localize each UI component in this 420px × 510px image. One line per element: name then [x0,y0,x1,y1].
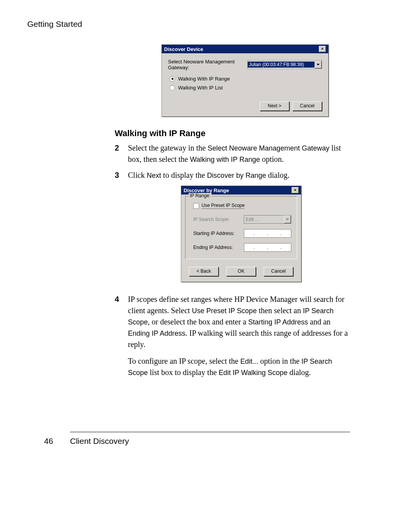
ok-button[interactable]: OK [226,267,256,276]
checkbox-label: Use Preset IP Scope [201,203,245,209]
cancel-button[interactable]: Cancel [264,267,293,276]
ui-term: Edit... [240,358,258,365]
ui-term: Use Preset IP Scope [192,307,257,315]
radio-label: Walking With IP Range [178,76,230,82]
start-ip-input[interactable]: . . . [244,229,291,238]
footer-section: Client Discovery [70,436,129,446]
step-2: 2 Select the gateway in the Select Neowa… [115,142,350,165]
gateway-value: Julian (00:03:47:FB:98:38) [248,61,315,68]
ui-term: Starting IP Address [248,318,308,326]
dialog-title: Discover Device [164,46,203,52]
step-number: 2 [115,142,128,165]
use-preset-checkbox-row[interactable]: Use Preset IP Scope [193,203,291,209]
step-4: 4 IP scopes define set ranges where HP D… [115,294,350,350]
back-button[interactable]: < Back [189,267,219,276]
ui-term: Ending IP Address [128,329,186,337]
step-text: Select the gateway in the Select Neoware… [128,142,350,165]
step-number: 4 [115,294,128,350]
end-ip-input[interactable]: . . . [244,243,291,252]
ui-term: Discover by Range [207,172,266,179]
page-number: 46 [27,436,70,446]
close-icon[interactable]: × [292,187,299,193]
ip-range-fieldset: IP Range: Use Preset IP Scope IP Search … [185,196,297,259]
radio-ip-range[interactable]: Walking With IP Range [170,76,322,82]
step-number: 3 [115,170,128,181]
fieldset-legend: IP Range: [189,193,212,198]
cancel-button[interactable]: Cancel [292,102,322,111]
close-icon[interactable]: × [319,46,326,52]
next-button[interactable]: Next > [260,102,289,111]
footer-rule [70,432,350,432]
radio-label: Walking With IP List [178,85,223,91]
ui-term: Walking with IP Range [190,156,260,163]
chevron-down-icon[interactable] [284,216,291,223]
scope-combo[interactable]: Edit ... [244,215,291,224]
ui-term: Select Neoware Management Gateway [208,144,329,152]
page-footer: 46 Client Discovery [27,436,129,446]
dialog-title: Discover by Range [184,188,229,193]
discover-device-dialog: Discover Device × Select Neoware Managem… [161,44,329,117]
chevron-down-icon[interactable] [315,61,322,68]
dialog-title-bar: Discover Device × [162,45,328,53]
gateway-combo[interactable]: Julian (00:03:47:FB:98:38) [247,60,322,69]
end-ip-label: Ending IP Address: [193,245,244,250]
ui-term: Next [147,172,161,179]
ui-term: Edit IP Walking Scope [219,369,287,377]
step-text: IP scopes define set ranges where HP Dev… [128,294,350,350]
start-ip-label: Starting IP Address: [193,231,244,236]
step-text: Click Next to display the Discover by Ra… [128,170,350,181]
running-head: Getting Started [27,19,350,29]
gateway-label: Select Neoware Management Gateway: [168,59,247,70]
scope-label: IP Search Scope: [193,217,244,222]
checkbox-icon[interactable] [193,203,199,209]
radio-ip-list[interactable]: Walking With IP List [170,85,322,91]
discover-by-range-dialog: Discover by Range × IP Range: Use Preset… [181,186,301,282]
section-heading: Walking with IP Range [115,128,350,138]
radio-icon [170,85,175,91]
scope-value: Edit ... [244,217,284,222]
radio-icon [170,76,175,82]
body-paragraph: To configure an IP scope, select the Edi… [128,356,350,378]
step-3: 3 Click Next to display the Discover by … [115,170,350,181]
